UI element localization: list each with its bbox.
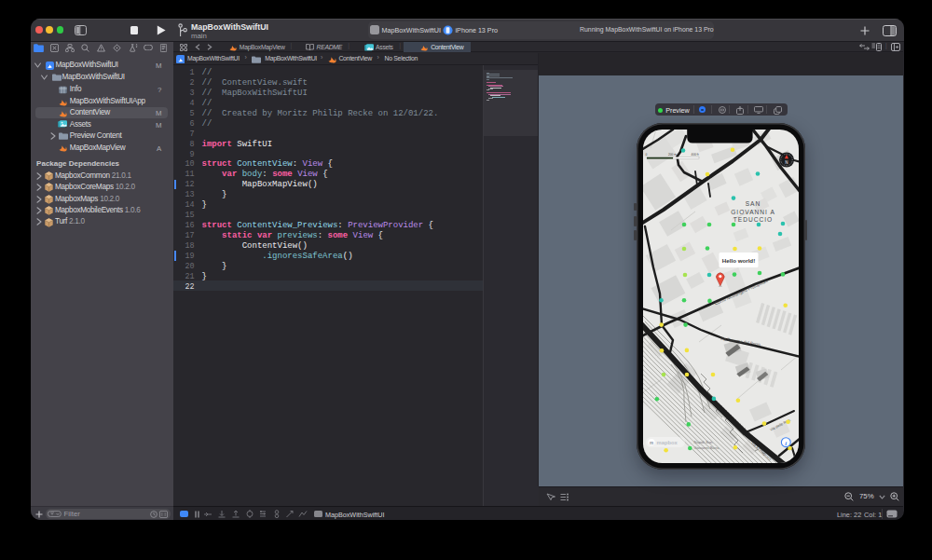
svg-text:0: 0 (646, 153, 648, 157)
svg-text:mapbox: mapbox (657, 440, 678, 445)
svg-text:Napoli-San.: Napoli-San. (694, 440, 714, 444)
svg-text:Hello world!: Hello world! (722, 257, 755, 264)
svg-text:Giovanni-Barra: Giovanni-Barra (694, 445, 720, 450)
svg-text:i: i (785, 440, 787, 447)
svg-text:400 ft: 400 ft (692, 153, 699, 157)
svg-text:SAN: SAN (746, 200, 761, 207)
svg-text:TEDUCCIO: TEDUCCIO (733, 216, 773, 223)
svg-text:GIOVANNI A: GIOVANNI A (731, 209, 775, 215)
svg-text:200 m: 200 m (668, 153, 677, 157)
svg-text:m: m (650, 441, 653, 445)
